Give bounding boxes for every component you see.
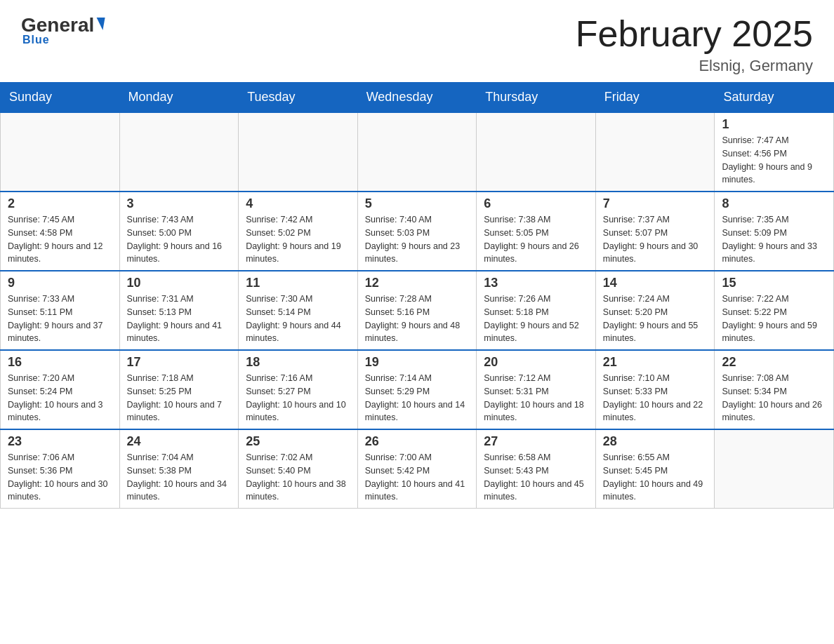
day-info: Sunrise: 7:24 AM Sunset: 5:20 PM Dayligh… [603,293,708,345]
calendar-cell: 12Sunrise: 7:28 AM Sunset: 5:16 PM Dayli… [357,271,477,350]
page-header: General Blue February 2025 Elsnig, Germa… [0,0,834,82]
day-info: Sunrise: 7:04 AM Sunset: 5:38 PM Dayligh… [127,451,232,504]
day-number: 3 [127,196,232,211]
day-info: Sunrise: 7:16 AM Sunset: 5:27 PM Dayligh… [246,372,350,424]
day-number: 22 [722,355,826,370]
day-number: 27 [484,434,588,449]
calendar-cell: 23Sunrise: 7:06 AM Sunset: 5:36 PM Dayli… [1,429,120,509]
title-area: February 2025 Elsnig, Germany [576,14,813,75]
calendar-cell: 11Sunrise: 7:30 AM Sunset: 5:14 PM Dayli… [239,271,358,350]
calendar-cell: 19Sunrise: 7:14 AM Sunset: 5:29 PM Dayli… [357,350,477,429]
logo-arrow-icon [95,18,105,30]
logo-blue-text: Blue [22,34,50,46]
location: Elsnig, Germany [576,57,813,75]
week-row-2: 2Sunrise: 7:45 AM Sunset: 4:58 PM Daylig… [1,192,834,271]
calendar-wrapper: SundayMondayTuesdayWednesdayThursdayFrid… [0,82,834,509]
day-info: Sunrise: 7:22 AM Sunset: 5:22 PM Dayligh… [722,293,826,345]
day-info: Sunrise: 7:31 AM Sunset: 5:13 PM Dayligh… [127,293,232,345]
calendar-cell: 21Sunrise: 7:10 AM Sunset: 5:33 PM Dayli… [595,350,715,429]
day-info: Sunrise: 7:10 AM Sunset: 5:33 PM Dayligh… [603,372,708,424]
day-info: Sunrise: 7:18 AM Sunset: 5:25 PM Dayligh… [127,372,232,424]
day-info: Sunrise: 7:08 AM Sunset: 5:34 PM Dayligh… [722,372,826,424]
calendar-cell [715,429,834,509]
calendar-cell: 2Sunrise: 7:45 AM Sunset: 4:58 PM Daylig… [1,192,120,271]
day-info: Sunrise: 7:35 AM Sunset: 5:09 PM Dayligh… [722,213,826,266]
calendar-cell: 20Sunrise: 7:12 AM Sunset: 5:31 PM Dayli… [477,350,596,429]
day-info: Sunrise: 7:40 AM Sunset: 5:03 PM Dayligh… [365,213,470,266]
day-number: 19 [365,355,470,370]
day-number: 15 [722,276,826,290]
calendar-cell: 27Sunrise: 6:58 AM Sunset: 5:43 PM Dayli… [477,429,596,509]
calendar-cell: 1Sunrise: 7:47 AM Sunset: 4:56 PM Daylig… [715,112,834,192]
day-number: 2 [8,196,112,211]
calendar-cell: 9Sunrise: 7:33 AM Sunset: 5:11 PM Daylig… [1,271,120,350]
day-number: 24 [127,434,232,449]
day-of-week-monday: Monday [119,83,239,113]
day-info: Sunrise: 6:58 AM Sunset: 5:43 PM Dayligh… [484,451,588,504]
week-row-5: 23Sunrise: 7:06 AM Sunset: 5:36 PM Dayli… [1,429,834,509]
day-number: 5 [365,196,470,211]
week-row-1: 1Sunrise: 7:47 AM Sunset: 4:56 PM Daylig… [1,112,834,192]
day-number: 9 [8,276,112,290]
calendar-cell: 25Sunrise: 7:02 AM Sunset: 5:40 PM Dayli… [239,429,358,509]
calendar-cell: 16Sunrise: 7:20 AM Sunset: 5:24 PM Dayli… [1,350,120,429]
day-number: 1 [722,117,826,132]
week-row-3: 9Sunrise: 7:33 AM Sunset: 5:11 PM Daylig… [1,271,834,350]
calendar-cell: 10Sunrise: 7:31 AM Sunset: 5:13 PM Dayli… [119,271,239,350]
calendar-cell: 24Sunrise: 7:04 AM Sunset: 5:38 PM Dayli… [119,429,239,509]
day-info: Sunrise: 7:45 AM Sunset: 4:58 PM Dayligh… [8,213,112,266]
calendar-cell [477,112,596,192]
day-info: Sunrise: 7:42 AM Sunset: 5:02 PM Dayligh… [246,213,350,266]
day-number: 18 [246,355,350,370]
day-number: 8 [722,196,826,211]
month-title: February 2025 [576,14,813,54]
day-info: Sunrise: 7:38 AM Sunset: 5:05 PM Dayligh… [484,213,588,266]
day-number: 25 [246,434,350,449]
calendar-table: SundayMondayTuesdayWednesdayThursdayFrid… [0,82,834,509]
day-info: Sunrise: 7:14 AM Sunset: 5:29 PM Dayligh… [365,372,470,424]
calendar-cell: 26Sunrise: 7:00 AM Sunset: 5:42 PM Dayli… [357,429,477,509]
day-number: 10 [127,276,232,290]
day-number: 12 [365,276,470,290]
calendar-cell: 7Sunrise: 7:37 AM Sunset: 5:07 PM Daylig… [595,192,715,271]
day-info: Sunrise: 7:43 AM Sunset: 5:00 PM Dayligh… [127,213,232,266]
day-number: 13 [484,276,588,290]
calendar-cell: 18Sunrise: 7:16 AM Sunset: 5:27 PM Dayli… [239,350,358,429]
calendar-cell: 15Sunrise: 7:22 AM Sunset: 5:22 PM Dayli… [715,271,834,350]
day-number: 14 [603,276,708,290]
day-info: Sunrise: 7:20 AM Sunset: 5:24 PM Dayligh… [8,372,112,424]
day-of-week-saturday: Saturday [715,83,834,113]
day-info: Sunrise: 7:33 AM Sunset: 5:11 PM Dayligh… [8,293,112,345]
calendar-cell: 6Sunrise: 7:38 AM Sunset: 5:05 PM Daylig… [477,192,596,271]
calendar-cell [119,112,239,192]
day-number: 16 [8,355,112,370]
calendar-cell: 22Sunrise: 7:08 AM Sunset: 5:34 PM Dayli… [715,350,834,429]
calendar-cell: 4Sunrise: 7:42 AM Sunset: 5:02 PM Daylig… [239,192,358,271]
calendar-cell: 8Sunrise: 7:35 AM Sunset: 5:09 PM Daylig… [715,192,834,271]
day-of-week-wednesday: Wednesday [357,83,477,113]
day-of-week-friday: Friday [595,83,715,113]
day-number: 6 [484,196,588,211]
day-number: 11 [246,276,350,290]
day-info: Sunrise: 7:00 AM Sunset: 5:42 PM Dayligh… [365,451,470,504]
day-info: Sunrise: 7:28 AM Sunset: 5:16 PM Dayligh… [365,293,470,345]
day-number: 4 [246,196,350,211]
calendar-cell [1,112,120,192]
calendar-cell: 14Sunrise: 7:24 AM Sunset: 5:20 PM Dayli… [595,271,715,350]
calendar-cell: 13Sunrise: 7:26 AM Sunset: 5:18 PM Dayli… [477,271,596,350]
day-of-week-tuesday: Tuesday [239,83,358,113]
calendar-header-row: SundayMondayTuesdayWednesdayThursdayFrid… [1,83,834,113]
day-number: 7 [603,196,708,211]
calendar-cell: 17Sunrise: 7:18 AM Sunset: 5:25 PM Dayli… [119,350,239,429]
day-number: 17 [127,355,232,370]
week-row-4: 16Sunrise: 7:20 AM Sunset: 5:24 PM Dayli… [1,350,834,429]
calendar-cell [595,112,715,192]
day-number: 23 [8,434,112,449]
day-info: Sunrise: 7:47 AM Sunset: 4:56 PM Dayligh… [722,134,826,187]
day-number: 28 [603,434,708,449]
day-info: Sunrise: 7:02 AM Sunset: 5:40 PM Dayligh… [246,451,350,504]
day-info: Sunrise: 7:30 AM Sunset: 5:14 PM Dayligh… [246,293,350,345]
day-of-week-sunday: Sunday [1,83,120,113]
day-info: Sunrise: 7:12 AM Sunset: 5:31 PM Dayligh… [484,372,588,424]
calendar-cell [239,112,358,192]
